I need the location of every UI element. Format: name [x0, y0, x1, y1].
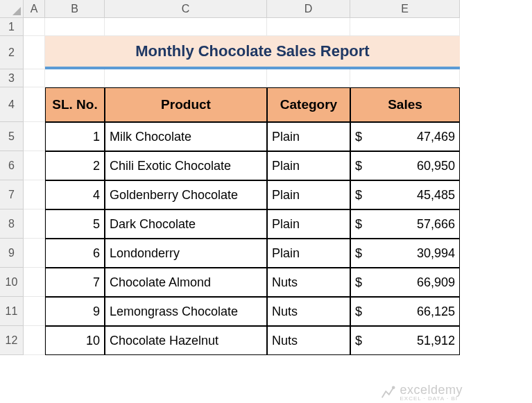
currency-symbol: $ [355, 305, 362, 319]
cell-C1[interactable] [105, 18, 267, 36]
watermark-brand: exceldemy EXCEL · DATA · BI [400, 384, 463, 402]
col-header-D[interactable]: D [267, 0, 350, 18]
table-cell-sl[interactable]: 6 [45, 239, 105, 268]
row-header-4[interactable]: 4 [0, 87, 24, 122]
select-all-corner[interactable] [0, 0, 24, 18]
table-cell-category[interactable]: Plain [267, 239, 350, 268]
row-header-11[interactable]: 11 [0, 297, 24, 326]
table-cell-sales[interactable]: $66,909 [350, 268, 460, 297]
cell-D3[interactable] [267, 69, 350, 87]
report-title[interactable]: Monthly Chocolate Sales Report [45, 36, 460, 69]
table-cell-product[interactable]: Dark Chocolate [105, 209, 267, 239]
table-cell-product[interactable]: Chili Exotic Chocolate [105, 151, 267, 180]
cell-A11[interactable] [24, 297, 45, 326]
table-cell-category[interactable]: Plain [267, 180, 350, 209]
cell-A4[interactable] [24, 87, 45, 122]
table-cell-sl[interactable]: 10 [45, 326, 105, 355]
row-header-7[interactable]: 7 [0, 180, 24, 209]
cell-A2[interactable] [24, 36, 45, 69]
table-cell-sl[interactable]: 2 [45, 151, 105, 180]
table-cell-product[interactable]: Goldenberry Chocolate [105, 180, 267, 209]
cell-A9[interactable] [24, 239, 45, 268]
table-cell-sl[interactable]: 4 [45, 180, 105, 209]
table-cell-sales[interactable]: $57,666 [350, 209, 460, 239]
table-cell-sales[interactable]: $30,994 [350, 239, 460, 268]
sales-value: 45,485 [417, 188, 455, 203]
sales-value: 47,469 [417, 130, 455, 144]
col-header-E[interactable]: E [350, 0, 460, 18]
sales-value: 66,125 [417, 305, 455, 319]
table-cell-sales[interactable]: $45,485 [350, 180, 460, 209]
row-header-10[interactable]: 10 [0, 268, 24, 297]
sales-value: 30,994 [417, 246, 455, 261]
header-product[interactable]: Product [105, 87, 267, 122]
table-cell-category[interactable]: Nuts [267, 297, 350, 326]
table-cell-sl[interactable]: 1 [45, 122, 105, 151]
table-cell-product[interactable]: Chocolate Hazelnut [105, 326, 267, 355]
currency-symbol: $ [355, 159, 362, 173]
watermark-tag: EXCEL · DATA · BI [400, 396, 463, 402]
table-cell-category[interactable]: Plain [267, 209, 350, 239]
sales-value: 57,666 [417, 217, 455, 232]
table-cell-category[interactable]: Nuts [267, 268, 350, 297]
table-cell-sl[interactable]: 5 [45, 209, 105, 239]
table-cell-sales[interactable]: $51,912 [350, 326, 460, 355]
cell-A5[interactable] [24, 122, 45, 151]
table-cell-category[interactable]: Plain [267, 122, 350, 151]
cell-A1[interactable] [24, 18, 45, 36]
header-sales[interactable]: Sales [350, 87, 460, 122]
cell-C3[interactable] [105, 69, 267, 87]
currency-symbol: $ [355, 188, 362, 203]
col-header-C[interactable]: C [105, 0, 267, 18]
cell-A10[interactable] [24, 268, 45, 297]
cell-D1[interactable] [267, 18, 350, 36]
cell-E3[interactable] [350, 69, 460, 87]
cell-A8[interactable] [24, 209, 45, 239]
watermark: exceldemy EXCEL · DATA · BI [380, 384, 463, 402]
row-header-6[interactable]: 6 [0, 151, 24, 180]
cell-E1[interactable] [350, 18, 460, 36]
header-sl[interactable]: SL. No. [45, 87, 105, 122]
table-cell-sl[interactable]: 9 [45, 297, 105, 326]
cell-A12[interactable] [24, 326, 45, 355]
currency-symbol: $ [355, 334, 362, 348]
cell-B1[interactable] [45, 18, 105, 36]
sales-value: 60,950 [417, 159, 455, 173]
watermark-name: exceldemy [400, 384, 463, 396]
row-header-2[interactable]: 2 [0, 36, 24, 69]
spreadsheet: A B C D E 1 2 Monthly Chocolate Sales Re… [0, 0, 532, 355]
header-category[interactable]: Category [267, 87, 350, 122]
currency-symbol: $ [355, 275, 362, 290]
table-cell-category[interactable]: Nuts [267, 326, 350, 355]
watermark-logo-icon [380, 385, 395, 400]
row-header-3[interactable]: 3 [0, 69, 24, 87]
table-cell-category[interactable]: Plain [267, 151, 350, 180]
table-cell-product[interactable]: Lemongrass Chocolate [105, 297, 267, 326]
cell-A7[interactable] [24, 180, 45, 209]
row-header-8[interactable]: 8 [0, 209, 24, 239]
currency-symbol: $ [355, 246, 362, 261]
svg-point-0 [393, 386, 395, 388]
row-header-12[interactable]: 12 [0, 326, 24, 355]
col-header-B[interactable]: B [45, 0, 105, 18]
cell-A3[interactable] [24, 69, 45, 87]
currency-symbol: $ [355, 130, 362, 144]
table-cell-sales[interactable]: $47,469 [350, 122, 460, 151]
cell-B3[interactable] [45, 69, 105, 87]
table-cell-sl[interactable]: 7 [45, 268, 105, 297]
table-cell-product[interactable]: Londonderry [105, 239, 267, 268]
table-cell-sales[interactable]: $66,125 [350, 297, 460, 326]
row-header-5[interactable]: 5 [0, 122, 24, 151]
sales-value: 66,909 [417, 275, 455, 290]
currency-symbol: $ [355, 217, 362, 232]
sales-value: 51,912 [417, 334, 455, 348]
row-header-9[interactable]: 9 [0, 239, 24, 268]
col-header-A[interactable]: A [24, 0, 45, 18]
table-cell-product[interactable]: Milk Chocolate [105, 122, 267, 151]
cell-A6[interactable] [24, 151, 45, 180]
row-header-1[interactable]: 1 [0, 18, 24, 36]
table-cell-product[interactable]: Chocolate Almond [105, 268, 267, 297]
table-cell-sales[interactable]: $60,950 [350, 151, 460, 180]
